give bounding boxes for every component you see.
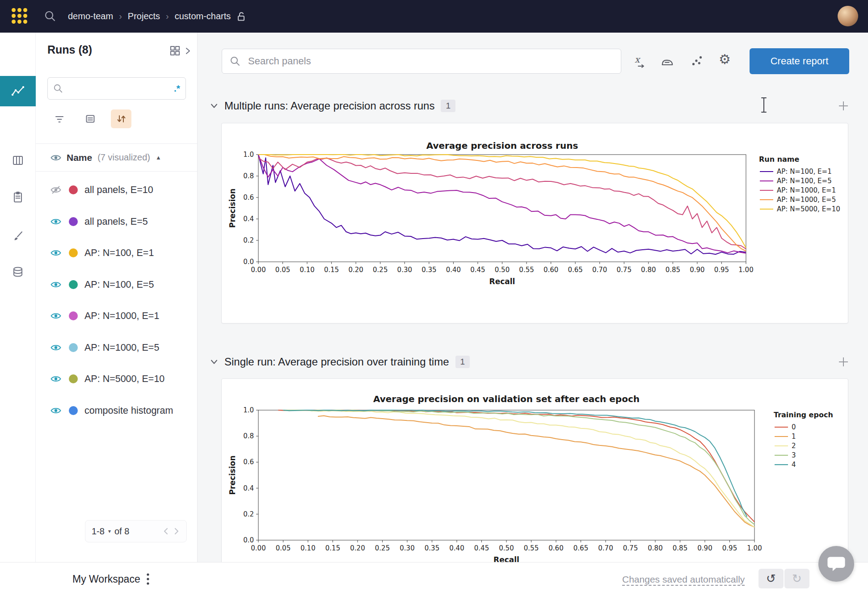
breadcrumb-team[interactable]: demo-team: [68, 11, 113, 21]
create-report-button[interactable]: Create report: [750, 48, 849, 74]
wandb-logo[interactable]: [12, 8, 28, 24]
svg-text:x: x: [635, 55, 641, 65]
workspace-selector[interactable]: My Workspace: [72, 573, 140, 585]
sweeps-brush-icon[interactable]: [11, 230, 25, 243]
svg-text:0.15: 0.15: [324, 266, 339, 274]
run-name[interactable]: AP: N=100, E=1: [84, 248, 154, 259]
chat-bubble-button[interactable]: [818, 546, 854, 582]
pagination-caret-icon[interactable]: ▾: [108, 528, 111, 534]
add-panel-icon[interactable]: [837, 99, 850, 113]
runs-pagination: 1-8 ▾ of 8: [85, 520, 187, 542]
run-name[interactable]: all panels, E=10: [84, 185, 153, 196]
sort-caret-icon[interactable]: ▲: [156, 154, 161, 161]
search-icon[interactable]: [44, 10, 56, 22]
run-name[interactable]: AP: N=100, E=5: [84, 279, 154, 290]
artifacts-database-icon[interactable]: [11, 265, 25, 279]
redo-button[interactable]: ↻: [784, 569, 809, 588]
run-row[interactable]: all panels, E=10: [36, 174, 197, 206]
add-panel-icon[interactable]: [837, 355, 850, 369]
svg-text:0.6: 0.6: [243, 193, 254, 201]
run-name[interactable]: all panels, E=5: [84, 216, 148, 227]
previous-page-icon[interactable]: [162, 527, 169, 536]
logo-dot: [23, 20, 27, 24]
svg-text:0.00: 0.00: [251, 544, 265, 552]
workspace-charts-tab[interactable]: [0, 76, 36, 106]
section-title[interactable]: Multiple runs: Average precision across …: [224, 100, 434, 112]
workspace-menu-kebab-icon[interactable]: [146, 572, 150, 586]
next-page-icon[interactable]: [173, 527, 180, 536]
eye-icon[interactable]: [50, 374, 62, 384]
panel-card-average-precision-per-epoch[interactable]: 0.000.050.100.150.200.250.300.350.400.45…: [221, 378, 848, 593]
breadcrumb-separator: ›: [166, 11, 169, 21]
reports-clipboard-icon[interactable]: [11, 191, 25, 204]
unlock-icon: [236, 11, 246, 22]
run-row[interactable]: AP: N=1000, E=1: [36, 300, 197, 332]
panel-count-badge: 1: [455, 356, 470, 368]
x-axis-settings-icon[interactable]: x: [632, 55, 646, 71]
run-row[interactable]: AP: N=100, E=1: [36, 237, 197, 269]
collapse-chevron-icon[interactable]: [210, 359, 218, 365]
collapse-chevron-icon[interactable]: [210, 103, 218, 109]
run-color-dot: [69, 374, 78, 383]
eye-icon[interactable]: [50, 216, 62, 227]
eye-off-icon[interactable]: [50, 185, 62, 195]
run-name[interactable]: AP: N=1000, E=5: [84, 342, 159, 353]
svg-text:1.0: 1.0: [243, 406, 254, 414]
run-name[interactable]: AP: N=1000, E=1: [84, 311, 159, 322]
eye-icon[interactable]: [50, 342, 62, 353]
smoothing-iron-icon[interactable]: [661, 55, 674, 70]
panel-card-average-precision-across-runs[interactable]: 0.000.050.100.150.200.250.300.350.400.45…: [221, 123, 848, 323]
svg-text:0.65: 0.65: [573, 544, 588, 552]
panel-search-input[interactable]: [222, 49, 621, 74]
eye-icon[interactable]: [50, 279, 62, 290]
run-row[interactable]: AP: N=1000, E=5: [36, 332, 197, 363]
pagination-range[interactable]: 1-8: [92, 526, 105, 537]
sort-button[interactable]: [111, 109, 131, 128]
run-row[interactable]: AP: N=5000, E=10: [36, 363, 197, 395]
eye-icon[interactable]: [50, 248, 62, 258]
eye-icon[interactable]: [50, 405, 62, 416]
runs-list-header[interactable]: Name (7 visualized) ▲: [36, 144, 197, 172]
svg-text:0.05: 0.05: [275, 266, 290, 274]
svg-text:0.4: 0.4: [243, 215, 254, 223]
eye-icon[interactable]: [50, 311, 62, 321]
filter-button[interactable]: [49, 109, 70, 128]
runs-sidebar: Runs (8) .*: [36, 33, 198, 562]
undo-button[interactable]: ↺: [758, 569, 784, 588]
svg-text:0.8: 0.8: [243, 432, 254, 440]
autosave-status[interactable]: Changes saved automatically: [622, 574, 745, 585]
runs-table-icon[interactable]: [169, 45, 181, 57]
settings-gear-icon[interactable]: ⚙: [719, 53, 731, 66]
panel-count-badge: 1: [441, 100, 455, 112]
svg-text:3: 3: [792, 451, 796, 459]
panels-icon[interactable]: [11, 154, 25, 167]
run-row[interactable]: all panels, E=5: [36, 206, 197, 237]
svg-text:0.95: 0.95: [722, 544, 737, 552]
breadcrumb-project-name[interactable]: custom-charts: [175, 11, 231, 21]
breadcrumb-projects[interactable]: Projects: [128, 11, 160, 21]
svg-text:1.0: 1.0: [243, 151, 254, 159]
runs-search-box: .*: [47, 77, 186, 100]
expand-table-chevron-icon[interactable]: [185, 47, 191, 55]
run-name[interactable]: composite histogram: [84, 405, 173, 416]
svg-text:0.70: 0.70: [592, 266, 607, 274]
run-color-dot: [69, 248, 78, 257]
runs-search-input[interactable]: [67, 84, 174, 94]
svg-text:0.25: 0.25: [373, 266, 388, 274]
svg-text:0.10: 0.10: [299, 266, 314, 274]
section-title[interactable]: Single run: Average precision over train…: [224, 356, 449, 368]
svg-text:Run name: Run name: [759, 155, 800, 164]
group-button[interactable]: [80, 109, 101, 128]
line-chart-icon: [11, 84, 25, 98]
run-name[interactable]: AP: N=5000, E=10: [84, 374, 164, 385]
outliers-scatter-icon[interactable]: [690, 55, 704, 70]
run-row[interactable]: AP: N=100, E=5: [36, 269, 197, 300]
logo-dot: [12, 20, 16, 24]
avatar[interactable]: [838, 6, 858, 26]
svg-text:0.40: 0.40: [446, 266, 461, 274]
regex-toggle[interactable]: .*: [174, 83, 180, 94]
svg-text:Recall: Recall: [489, 277, 515, 286]
run-row[interactable]: composite histogram: [36, 395, 197, 426]
svg-text:0.40: 0.40: [449, 544, 464, 552]
logo-dot: [17, 14, 21, 18]
